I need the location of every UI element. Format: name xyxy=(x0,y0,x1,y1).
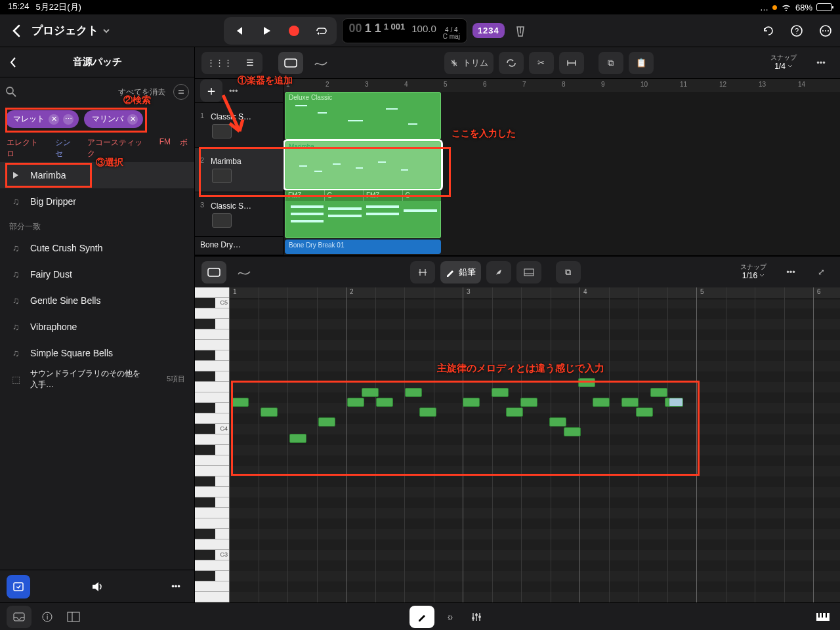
svg-point-15 xyxy=(472,617,474,620)
marquee-tool-icon[interactable] xyxy=(278,52,303,74)
piano-keyboard[interactable]: C5C4C3 xyxy=(195,287,229,602)
filter-options-icon[interactable] xyxy=(173,84,189,100)
svg-point-6 xyxy=(7,87,13,94)
help-icon[interactable]: ? xyxy=(786,18,807,43)
download-box-icon: ⬚ xyxy=(9,373,22,386)
patch-item[interactable]: ♫Big Dripper xyxy=(0,188,194,215)
track-header-1[interactable]: 1Classic S… xyxy=(195,103,283,148)
beat-counter-badge[interactable]: 1234 xyxy=(472,23,505,38)
piano-roll-grid[interactable]: 123456 xyxy=(229,287,840,602)
editor-snap[interactable]: スナップ1/16 xyxy=(734,263,773,280)
brush-tool-icon[interactable] xyxy=(486,261,511,284)
loop-tool-icon[interactable] xyxy=(499,52,524,74)
track-header-4[interactable]: Bone Dry… xyxy=(195,237,283,255)
pencil-bottom-icon[interactable] xyxy=(410,606,434,628)
status-bar: 15:24 5月22日(月) … 68% xyxy=(0,0,840,14)
region-chords[interactable]: FM7GFM7C xyxy=(285,190,441,238)
copy-icon[interactable]: ⧉ xyxy=(598,52,623,74)
svg-rect-9 xyxy=(208,268,220,276)
bottom-toolbar: i ☼ xyxy=(0,602,840,630)
automation-tool-icon[interactable] xyxy=(308,52,333,74)
patch-list[interactable]: Marimba ♫Big Dripper 部分一致 ♫Cute Crush Sy… xyxy=(0,162,194,570)
editor-expand-icon[interactable]: ⤢ xyxy=(808,261,833,284)
clear-all-button[interactable]: すべてを消去 xyxy=(118,87,165,98)
arrange-area: ＋ ••• 1Classic S… 2Marimba 3Classic S… B… xyxy=(195,79,840,256)
arrange-snap[interactable]: スナップ1/4 xyxy=(764,54,803,71)
svg-rect-21 xyxy=(826,613,827,618)
paste-icon[interactable]: 📋 xyxy=(629,52,654,74)
status-date: 5月22日(月) xyxy=(36,1,81,13)
inbox-icon[interactable] xyxy=(7,606,32,628)
tag-more-icon[interactable]: ⋯ xyxy=(63,114,74,125)
play-button[interactable] xyxy=(254,20,279,42)
brightness-icon[interactable]: ☼ xyxy=(440,604,461,629)
cycle-button[interactable] xyxy=(309,20,334,42)
svg-rect-10 xyxy=(524,269,534,276)
patch-item[interactable]: ♫Fairy Dust xyxy=(0,261,194,287)
back-chevron-icon[interactable] xyxy=(4,18,29,43)
automation-view-icon[interactable] xyxy=(232,261,257,284)
arrange-grid[interactable]: /*populated below*/ 1234567891011121314 … xyxy=(284,79,840,255)
play-icon xyxy=(9,169,22,182)
more-icon[interactable]: ••• xyxy=(164,575,188,598)
scissors-icon[interactable]: ✂ xyxy=(529,52,554,74)
pencil-tool-button[interactable]: 鉛筆 xyxy=(440,261,481,284)
velocity-tool-icon[interactable] xyxy=(516,261,541,284)
sidebar-back-icon[interactable] xyxy=(3,50,24,75)
editor-copy-icon[interactable]: ⧉ xyxy=(556,261,581,284)
loop-browser-icon[interactable] xyxy=(7,575,30,598)
trim-button[interactable]: トリム xyxy=(444,52,494,74)
region-view-icon[interactable] xyxy=(201,261,226,284)
metronome-icon[interactable] xyxy=(510,18,531,43)
undo-icon[interactable] xyxy=(757,18,778,43)
patch-item[interactable]: ♫Cute Crush Synth xyxy=(0,235,194,261)
editor-toolbar: 鉛筆 ⧉ スナップ1/16 ••• ⤢ xyxy=(195,256,840,287)
battery-percent: 68% xyxy=(795,3,812,12)
speaker-icon[interactable] xyxy=(85,575,109,598)
add-track-button[interactable]: ＋ xyxy=(200,79,222,102)
note-icon: ♫ xyxy=(9,320,22,333)
patch-item[interactable]: ♫Vibraphone xyxy=(0,314,194,340)
tag-remove-icon[interactable]: ✕ xyxy=(127,114,138,125)
more-dots-icon[interactable] xyxy=(815,18,836,43)
svg-point-5 xyxy=(828,30,829,32)
svg-rect-7 xyxy=(14,583,23,591)
record-button[interactable] xyxy=(282,20,306,42)
arrange-toolbar: ⋮⋮⋮☰ トリム ✂ ⧉ 📋 スナップ1/4 ••• xyxy=(195,47,840,79)
go-to-start-button[interactable] xyxy=(226,20,251,42)
region-drums[interactable]: Bone Dry Break 01 xyxy=(285,240,441,254)
region-marimba-selected[interactable]: Marimba xyxy=(285,141,441,189)
mixer-icon[interactable] xyxy=(466,604,487,629)
editor-more-icon[interactable]: ••• xyxy=(778,261,803,284)
lcd-display[interactable]: 001 1 1 001 100.0 4 / 4C maj xyxy=(342,18,467,43)
track-header-3[interactable]: 3Classic S… xyxy=(195,192,283,237)
search-icon[interactable] xyxy=(5,86,17,98)
musical-typing-icon[interactable] xyxy=(812,604,833,629)
patch-item[interactable]: ♫Simple Square Bells xyxy=(0,340,194,366)
split-view-icon[interactable] xyxy=(63,604,84,629)
transport-controls xyxy=(224,17,337,45)
info-icon[interactable]: i xyxy=(37,604,58,629)
view-list-icon[interactable]: ☰ xyxy=(238,52,262,74)
patch-item[interactable]: ♫Gentle Sine Bells xyxy=(0,287,194,314)
filter-tag-mallet[interactable]: マレット✕⋯ xyxy=(5,110,79,128)
track-header-2[interactable]: 2Marimba xyxy=(195,148,283,192)
project-dropdown[interactable]: プロジェクト xyxy=(32,23,110,38)
join-icon[interactable] xyxy=(559,52,584,74)
note-icon: ♫ xyxy=(9,268,22,281)
filter-tags: マレット✕⋯ マリンバ✕ xyxy=(0,106,194,135)
track-options-icon[interactable]: ••• xyxy=(229,86,238,96)
note-icon: ♫ xyxy=(9,346,22,360)
svg-text:i: i xyxy=(47,614,48,621)
filter-tag-marimba[interactable]: マリンバ✕ xyxy=(84,110,143,128)
chevron-down-icon xyxy=(102,27,110,35)
sound-library-link[interactable]: ⬚サウンドライブラリのその他を入手…5項目 xyxy=(0,366,194,392)
sidebar-title: 音源パッチ xyxy=(24,56,171,68)
quantize-icon[interactable] xyxy=(410,261,435,284)
tag-remove-icon[interactable]: ✕ xyxy=(49,114,59,125)
view-grid-icon[interactable]: ⋮⋮⋮ xyxy=(201,52,238,74)
arrange-more-icon[interactable]: ••• xyxy=(808,52,833,74)
patch-item-marimba[interactable]: Marimba xyxy=(0,162,194,188)
region-deluxe-classic[interactable]: Deluxe Classic xyxy=(285,92,441,140)
category-row[interactable]: エレクトロシンセアコースティックFMボ xyxy=(0,135,194,162)
